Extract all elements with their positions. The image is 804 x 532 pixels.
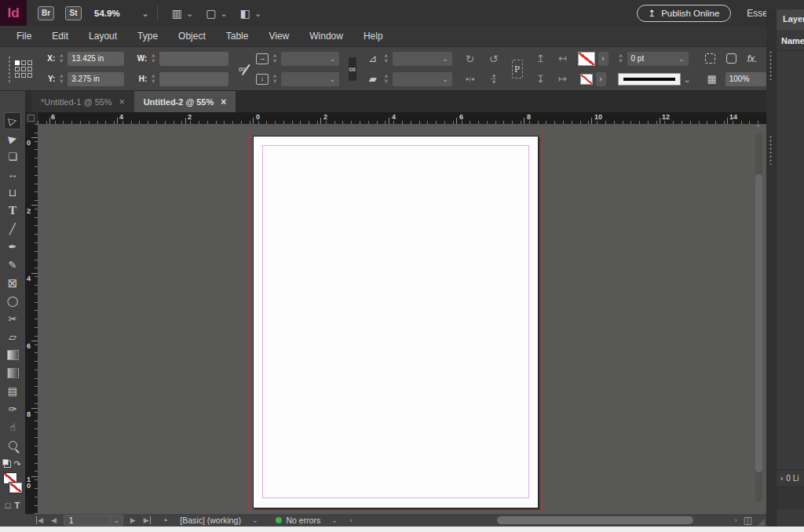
selection-tool[interactable]: ▷	[4, 112, 21, 129]
h-stepper[interactable]: ˄˅	[150, 75, 156, 84]
bridge-button[interactable]: Br	[38, 6, 54, 20]
scrollbar-thumb[interactable]	[755, 174, 762, 472]
layers-panel-tab[interactable]: Layers	[777, 9, 804, 30]
fill-swatch-none[interactable]	[578, 52, 595, 66]
pasteboard[interactable]: ⌃	[38, 124, 766, 514]
chevron-down-icon[interactable]: ⌄	[331, 516, 338, 524]
y-position-field[interactable]: 3.275 in	[68, 72, 124, 86]
screen-mode-control[interactable]: ▢ ⌄	[206, 7, 227, 20]
constrain-dimensions-icon[interactable]: ∞	[238, 63, 247, 75]
resize-grip[interactable]	[758, 519, 765, 526]
rotate-cw-icon[interactable]: ↻	[463, 53, 477, 65]
select-next-icon[interactable]: ↦	[556, 73, 570, 85]
dock-divider[interactable]	[766, 9, 776, 527]
gradient-swatch-tool[interactable]	[4, 347, 21, 364]
zoom-level-control[interactable]: 54.9% ⌄	[94, 9, 149, 18]
menu-layout[interactable]: Layout	[79, 31, 127, 42]
height-field[interactable]	[159, 72, 228, 86]
note-tool[interactable]: ▤	[4, 383, 21, 400]
select-content-icon[interactable]: ↧	[534, 73, 548, 85]
menu-object[interactable]: Object	[168, 31, 216, 42]
next-page-button[interactable]: ▶	[130, 516, 136, 524]
y-stepper[interactable]: ˄˅	[58, 75, 64, 84]
menu-edit[interactable]: Edit	[42, 31, 79, 42]
layers-list[interactable]	[777, 51, 804, 470]
rotate-ccw-icon[interactable]: ↺	[487, 53, 501, 65]
paragraph-style-proxy[interactable]: P	[512, 60, 523, 78]
fill-options-button[interactable]: ›	[598, 52, 608, 66]
horizontal-ruler[interactable]: 6 4 2 0 2 4 6 8 10 12 14	[38, 112, 766, 124]
select-container-icon[interactable]: ↥	[534, 53, 548, 64]
close-icon[interactable]: ×	[221, 97, 226, 107]
free-transform-tool[interactable]: ▱	[4, 329, 21, 346]
last-page-button[interactable]: ▶	[144, 516, 151, 524]
menu-help[interactable]: Help	[353, 31, 393, 42]
content-collector-tool[interactable]: ⊔	[4, 184, 21, 202]
scissors-tool[interactable]: ✂	[4, 311, 21, 328]
close-icon[interactable]: ×	[119, 97, 125, 107]
split-view-icon[interactable]: ◫	[744, 515, 752, 526]
w-stepper[interactable]: ˄˅	[150, 54, 156, 64]
menu-table[interactable]: Table	[216, 31, 259, 42]
arrange-documents-control[interactable]: ◧ ⌄	[240, 7, 261, 20]
publish-online-button[interactable]: ↥ Publish Online	[637, 5, 732, 22]
document-page[interactable]	[253, 136, 539, 508]
page-tool[interactable]: ❏	[4, 148, 21, 166]
vertical-ruler[interactable]: 0 2 4 6 8 10	[25, 124, 38, 514]
stroke-options-button[interactable]: ›	[596, 72, 606, 86]
x-stepper[interactable]: ˄˅	[58, 54, 64, 64]
stock-button[interactable]: St	[65, 6, 82, 20]
scale-x-combo[interactable]: ⌄	[281, 52, 339, 66]
previous-page-button[interactable]: ◀	[51, 516, 57, 524]
chevron-down-icon[interactable]: ⌄	[252, 516, 258, 524]
reference-point-proxy[interactable]	[15, 60, 32, 78]
flip-horizontal-icon[interactable]: ▸|◂	[463, 75, 477, 82]
scale-y-combo[interactable]: ⌄	[281, 72, 339, 86]
stroke-none-swatch[interactable]	[9, 482, 23, 494]
tab-untitled-2[interactable]: Untitled-2 @ 55% ×	[134, 91, 236, 112]
swap-fill-stroke-icon[interactable]: ↷	[13, 459, 20, 469]
error-status-label[interactable]: No errors	[287, 516, 321, 525]
opacity-field[interactable]: 100%	[725, 72, 766, 86]
preflight-icon[interactable]: ◔	[163, 516, 168, 525]
first-page-button[interactable]: ◀	[36, 516, 43, 524]
direct-selection-tool[interactable]: ▶	[4, 130, 21, 148]
width-field[interactable]	[159, 52, 228, 66]
constrain-scale-icon[interactable]: ∞	[349, 57, 356, 81]
shear-angle-combo[interactable]: ⌄	[393, 72, 452, 86]
pen-tool[interactable]: ✒	[4, 239, 21, 256]
chevron-down-icon[interactable]: ⌄	[142, 10, 149, 16]
default-fill-stroke-icon[interactable]	[4, 461, 11, 468]
eyedropper-tool[interactable]: ✑	[4, 401, 21, 418]
menu-file[interactable]: File	[6, 31, 42, 42]
select-previous-icon[interactable]: ↤	[556, 53, 570, 64]
stroke-weight-stepper[interactable]: ˄˅	[618, 54, 624, 64]
formatting-affects-container-icon[interactable]: □	[5, 501, 11, 510]
ruler-origin-corner[interactable]	[25, 112, 38, 124]
preflight-profile[interactable]: [Basic] (working)	[180, 516, 241, 525]
tab-untitled-1[interactable]: *Untitled-1 @ 55% ×	[31, 91, 134, 112]
stroke-swatch-none[interactable]	[580, 74, 593, 85]
type-tool[interactable]: T	[4, 202, 21, 220]
gap-tool[interactable]: ↔	[4, 166, 21, 184]
stroke-weight-combo[interactable]: 0 pt ⌄	[627, 52, 689, 66]
scroll-up-icon[interactable]: ⌃	[755, 124, 762, 132]
corner-shape-icon[interactable]	[726, 53, 736, 64]
horizontal-scrollbar-thumb[interactable]	[497, 516, 693, 524]
zoom-tool[interactable]	[4, 437, 21, 454]
view-options-control[interactable]: ▥ ⌄	[172, 7, 193, 20]
dock-grip[interactable]	[769, 50, 773, 80]
menu-view[interactable]: View	[258, 31, 299, 42]
flip-vertical-icon[interactable]: ▸|◂	[490, 72, 497, 86]
chevron-down-icon[interactable]: ⌄	[110, 516, 122, 525]
ellipse-tool[interactable]: ◯	[4, 293, 21, 310]
formatting-affects-text-icon[interactable]: T	[14, 501, 20, 510]
x-position-field[interactable]: 13.425 in	[68, 52, 124, 66]
page-number-combo[interactable]: 1 ⌄	[64, 515, 123, 526]
effects-button[interactable]: fx.	[747, 53, 758, 64]
corner-options-icon[interactable]	[705, 53, 715, 64]
line-tool[interactable]: ╱	[4, 220, 21, 238]
gradient-feather-tool[interactable]	[4, 365, 21, 382]
menu-window[interactable]: Window	[299, 31, 353, 42]
scroll-right-icon[interactable]: ›	[735, 516, 737, 524]
